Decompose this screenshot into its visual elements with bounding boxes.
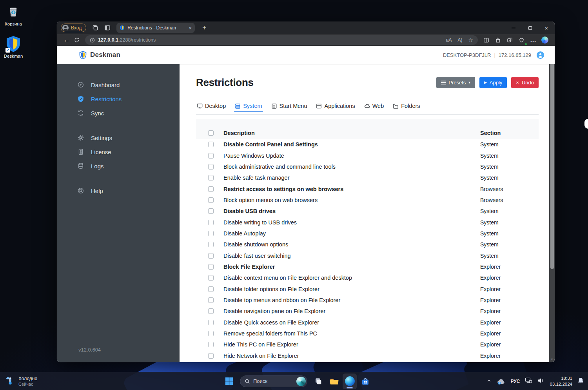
tab-folders[interactable]: Folders — [392, 103, 421, 114]
row-checkbox[interactable] — [208, 275, 214, 281]
sidebar-item-logs[interactable]: Logs — [57, 159, 180, 173]
sidebar-item-help[interactable]: Help — [57, 184, 180, 198]
table-row[interactable]: Disable Quick access on File Explorer Ex… — [196, 317, 539, 328]
collections-icon[interactable] — [493, 35, 503, 45]
table-row[interactable]: Disable fast user switching System — [196, 250, 539, 261]
row-checkbox[interactable] — [208, 186, 214, 192]
browser-profile-button[interactable]: Вход — [61, 24, 86, 32]
row-checkbox[interactable] — [208, 220, 214, 225]
scroll-down-arrow[interactable]: ▼ — [551, 357, 554, 362]
tab-close-icon[interactable]: × — [189, 25, 192, 31]
table-row[interactable]: Hide Network on File Explorer Explorer — [196, 350, 539, 361]
onedrive-cloud-icon[interactable] — [497, 378, 505, 385]
table-row[interactable]: Pause Windows Update System — [196, 150, 539, 161]
desktop-icon-deskman[interactable]: ↗ Deskman — [0, 35, 28, 58]
row-checkbox[interactable] — [208, 164, 214, 169]
row-checkbox[interactable] — [208, 253, 214, 259]
table-row[interactable]: Disable Control Panel and Settings Syste… — [196, 139, 539, 150]
tab-desktop[interactable]: Desktop — [196, 103, 227, 114]
row-checkbox[interactable] — [208, 242, 214, 247]
row-checkbox[interactable] — [208, 286, 214, 292]
apply-button[interactable]: ▶ Apply — [479, 77, 507, 88]
table-row[interactable]: Block File Explorer Explorer — [196, 261, 539, 272]
table-row[interactable]: Enable safe task manager System — [196, 172, 539, 183]
tab-web[interactable]: Web — [363, 103, 385, 114]
site-info-icon[interactable] — [90, 38, 95, 43]
file-explorer-button[interactable] — [327, 374, 341, 389]
row-checkbox[interactable] — [208, 331, 214, 336]
tray-chevron-up-icon[interactable] — [486, 378, 492, 385]
workspaces-icon[interactable] — [92, 25, 98, 31]
desktop-icon-recycle-bin[interactable]: ♻ Корзина — [0, 3, 28, 26]
select-all-checkbox[interactable] — [208, 130, 214, 136]
translate-icon[interactable]: aA — [446, 37, 452, 43]
browser-tab-restrictions[interactable]: Restrictions - Deskman × — [116, 23, 195, 33]
table-row[interactable]: Disable top menus and ribbon on File Exp… — [196, 295, 539, 306]
row-checkbox[interactable] — [208, 142, 214, 147]
sidebar-item-sync[interactable]: Sync — [57, 106, 180, 120]
notification-bell-icon[interactable] — [577, 377, 584, 386]
page-scrollbar[interactable]: ▲ ▼ — [549, 46, 555, 362]
tab-system[interactable]: System — [234, 103, 263, 114]
vertical-tabs-icon[interactable] — [104, 25, 111, 31]
row-checkbox[interactable] — [208, 308, 214, 314]
tab-applications[interactable]: Applications — [315, 103, 356, 114]
more-menu-icon[interactable]: … — [528, 35, 538, 45]
favorite-star-icon[interactable]: ☆ — [468, 37, 473, 43]
table-row[interactable]: Remove special folders from This PC Expl… — [196, 328, 539, 339]
table-row[interactable]: Block option menus on web browsers Brows… — [196, 195, 539, 206]
network-icon[interactable] — [525, 377, 532, 385]
undo-button[interactable]: × Undo — [511, 77, 539, 88]
taskbar-weather-widget[interactable]: Холодно Сейчас — [0, 376, 37, 386]
row-checkbox[interactable] — [208, 342, 214, 347]
row-checkbox[interactable] — [208, 264, 214, 270]
address-bar[interactable]: 127.0.0.1:2288/restrictions aA A) ☆ — [85, 35, 478, 45]
read-aloud-icon[interactable]: A) — [457, 37, 462, 43]
tab-start-menu[interactable]: Start Menu — [270, 103, 308, 114]
scrollbar-thumb[interactable] — [550, 51, 554, 269]
sidebar-item-dashboard[interactable]: Dashboard — [57, 78, 180, 92]
window-maximize-button[interactable] — [522, 22, 538, 34]
taskbar-clock[interactable]: 18:31 03.12.2024 — [550, 375, 572, 387]
taskbar-search-box[interactable]: Поиск — [240, 375, 307, 387]
row-checkbox[interactable] — [208, 320, 214, 325]
window-minimize-button[interactable] — [505, 22, 522, 34]
row-checkbox[interactable] — [208, 297, 214, 303]
row-checkbox[interactable] — [208, 153, 214, 159]
table-row[interactable]: Block administrative and command line to… — [196, 161, 539, 172]
language-indicator[interactable]: РУС — [510, 379, 520, 384]
volume-icon[interactable] — [537, 377, 544, 385]
split-screen-icon[interactable] — [481, 35, 491, 45]
user-avatar-icon[interactable] — [536, 51, 544, 59]
new-tab-button[interactable]: + — [200, 24, 209, 32]
task-view-button[interactable] — [311, 374, 325, 389]
search-daily-image[interactable] — [296, 377, 306, 386]
table-row[interactable]: Disable shutdown options System — [196, 239, 539, 250]
sidebar-item-settings[interactable]: Settings — [57, 131, 180, 145]
table-row[interactable]: Disable Autoplay System — [196, 228, 539, 239]
row-checkbox[interactable] — [208, 231, 214, 236]
row-checkbox[interactable] — [208, 197, 214, 203]
refresh-icon[interactable] — [72, 35, 82, 45]
browser-essentials-icon[interactable] — [516, 35, 526, 45]
table-row[interactable]: Disable folder options on File Explorer … — [196, 283, 539, 294]
table-row[interactable]: Disable writing to USB drives System — [196, 217, 539, 228]
start-button[interactable] — [222, 374, 236, 389]
sidebar-item-license[interactable]: License — [57, 145, 180, 159]
copilot-icon[interactable] — [540, 35, 550, 45]
tab-groups-icon[interactable] — [505, 35, 515, 45]
row-checkbox[interactable] — [208, 175, 214, 180]
row-checkbox[interactable] — [208, 353, 214, 359]
back-icon[interactable]: ← — [62, 35, 72, 45]
table-row[interactable]: Hide This PC on File Explorer Explorer — [196, 339, 539, 350]
table-row[interactable]: Restrict access to settings on web brows… — [196, 183, 539, 194]
presets-button[interactable]: Presets ▾ — [436, 77, 475, 88]
edge-browser-button[interactable] — [343, 374, 357, 389]
table-row[interactable]: Disable navigation pane on File Explorer… — [196, 306, 539, 317]
sidebar-item-restrictions[interactable]: Restrictions — [57, 92, 180, 106]
row-checkbox[interactable] — [208, 208, 214, 214]
table-row[interactable]: Disable USB drives System — [196, 206, 539, 217]
microsoft-store-button[interactable] — [358, 374, 372, 389]
window-close-button[interactable]: × — [538, 22, 555, 34]
table-row[interactable]: Disable context menu on File Explorer an… — [196, 272, 539, 283]
